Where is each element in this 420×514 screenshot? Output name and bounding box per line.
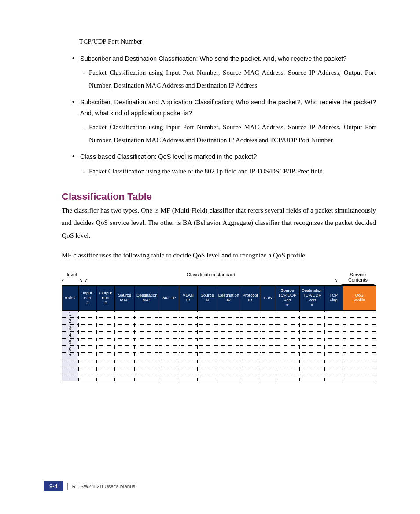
table-cell [159, 360, 179, 367]
table-cell [240, 352, 260, 360]
brace-label-level: level [62, 272, 82, 278]
table-cell [343, 345, 376, 352]
table-cell [240, 331, 260, 338]
table-cell [240, 317, 260, 324]
table-cell [135, 331, 159, 338]
table-cell [197, 360, 217, 367]
table-cell [135, 367, 159, 374]
table-cell [179, 331, 197, 338]
rule-index-cell: . [62, 374, 79, 381]
table-cell [324, 310, 343, 317]
classification-table: Rule#InputPort#OutputPort#SourceMACDesti… [62, 285, 376, 381]
table-cell [96, 310, 114, 317]
table-cell [197, 324, 217, 331]
table-cell [96, 331, 114, 338]
table-cell [197, 331, 217, 338]
table-cell [179, 352, 197, 360]
table-cell [197, 338, 217, 345]
table-cell [343, 352, 376, 360]
table-cell [275, 310, 299, 317]
table-cell [275, 360, 299, 367]
rule-index-cell: 1 [62, 310, 79, 317]
table-cell [240, 338, 260, 345]
table-cell [197, 374, 217, 381]
table-cell [217, 360, 240, 367]
table-cell [300, 331, 324, 338]
table-cell [159, 317, 179, 324]
table-cell [260, 310, 275, 317]
table-cell [115, 324, 135, 331]
table-cell [179, 374, 197, 381]
table-cell [179, 324, 197, 331]
table-cell [343, 324, 376, 331]
table-cell [275, 345, 299, 352]
table-cell [159, 345, 179, 352]
table-cell [96, 374, 114, 381]
rule-index-cell: 4 [62, 331, 79, 338]
table-cell [324, 345, 343, 352]
table-cell [217, 367, 240, 374]
col-header: TOS [260, 286, 275, 311]
table-cell [300, 324, 324, 331]
brace-label-standard: Classification standard [85, 272, 337, 278]
table-cell [275, 331, 299, 338]
bullet-1-sub: Packet Classification using Input Port N… [83, 66, 376, 92]
table-cell [115, 345, 135, 352]
table-cell [78, 324, 96, 331]
col-header: OutputPort# [96, 286, 114, 311]
page-number: 9-4 [44, 481, 63, 491]
table-cell [78, 374, 96, 381]
table-cell [135, 310, 159, 317]
table-cell [217, 345, 240, 352]
table-cell [115, 310, 135, 317]
table-cell [115, 317, 135, 324]
table-cell [275, 367, 299, 374]
table-cell [96, 367, 114, 374]
table-cell [300, 310, 324, 317]
table-cell [217, 374, 240, 381]
table-cell [78, 338, 96, 345]
table-cell [135, 338, 159, 345]
paragraph-1: The classifier has two types. One is MF … [62, 204, 376, 242]
table-cell [240, 374, 260, 381]
intro-line: TCP/UDP Port Number [79, 35, 376, 48]
col-header: DestinationMAC [135, 286, 159, 311]
bullet-2: Subscriber, Destination and Application … [74, 97, 376, 118]
table-cell [179, 360, 197, 367]
bullet-3: Class based Classification: QoS level is… [74, 151, 376, 162]
paragraph-2: MF classifier uses the following table t… [62, 249, 376, 262]
table-cell [300, 367, 324, 374]
table-cell [115, 367, 135, 374]
table-cell [343, 338, 376, 345]
table-cell [78, 367, 96, 374]
table-cell [179, 338, 197, 345]
table-cell [343, 317, 376, 324]
table-cell [217, 331, 240, 338]
bullet-1: Subscriber and Destination Classificatio… [74, 53, 376, 64]
table-cell [135, 324, 159, 331]
table-cell [159, 352, 179, 360]
table-cell [324, 352, 343, 360]
table-cell [78, 352, 96, 360]
table-cell [275, 352, 299, 360]
col-header: DestinationIP [217, 286, 240, 311]
table-cell [78, 345, 96, 352]
table-cell [260, 317, 275, 324]
table-cell [240, 310, 260, 317]
table-cell [159, 338, 179, 345]
rule-index-cell: 5 [62, 338, 79, 345]
table-cell [179, 345, 197, 352]
rule-index-cell: . [62, 367, 79, 374]
table-cell [159, 331, 179, 338]
table-cell [197, 367, 217, 374]
table-cell [324, 338, 343, 345]
table-cell [260, 331, 275, 338]
table-cell [343, 331, 376, 338]
section-heading: Classification Table [62, 191, 376, 202]
rule-index-cell: 6 [62, 345, 79, 352]
table-cell [179, 367, 197, 374]
table-cell [275, 324, 299, 331]
bullet-3-sub: Packet Classification using the value of… [83, 165, 376, 178]
table-cell [78, 360, 96, 367]
table-cell [159, 310, 179, 317]
